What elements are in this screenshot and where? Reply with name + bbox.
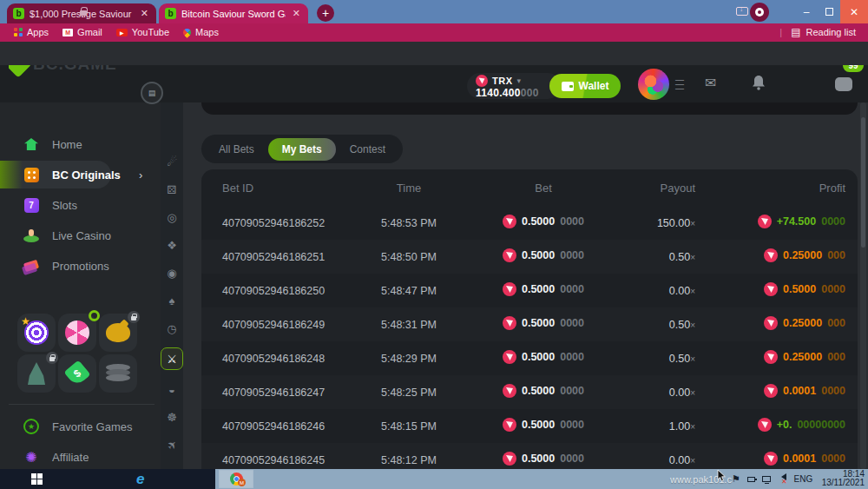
profile-menu-icon[interactable]: ——— — [675, 77, 687, 90]
payout-value: 0.00 — [669, 454, 690, 466]
hilo-icon[interactable]: ♠ — [162, 292, 181, 309]
tab-close-icon[interactable]: ✕ — [139, 8, 150, 19]
battery-icon[interactable] — [747, 477, 755, 482]
game-tile-lucky-wheel[interactable] — [58, 314, 96, 352]
table-row[interactable]: 40709052946186248 5:48:29 PM 0.50000000 … — [201, 341, 858, 375]
window-maximize-button[interactable] — [818, 0, 840, 23]
table-row[interactable]: 40709052946186250 5:48:47 PM 0.50000000 … — [201, 274, 858, 307]
table-row[interactable]: 40709052946186247 5:48:25 PM 0.50000000 … — [201, 375, 858, 409]
bet-id: 40709052946186246 — [222, 420, 352, 433]
dice-icon[interactable]: ⚄ — [162, 181, 181, 198]
table-row[interactable]: 40709052946186245 5:48:12 PM 0.50000000 … — [201, 443, 858, 469]
bet-amount-bold: 0.5000 — [522, 283, 555, 295]
payout-value: 0.50 — [669, 353, 690, 365]
game-tile-spiral-target[interactable] — [17, 314, 56, 352]
bet-amount: 0.50000000 — [503, 384, 584, 398]
notifications-bell-icon[interactable] — [752, 75, 766, 90]
sidebar-item-home[interactable]: Home — [0, 130, 161, 158]
tab-my-bets[interactable]: My Bets — [268, 138, 336, 161]
keno-icon[interactable]: ❖ — [162, 236, 181, 254]
bookmark-apps[interactable]: Apps — [14, 27, 49, 37]
profit-cell: 0.25000000 — [764, 350, 845, 364]
profit-dim: 000 — [827, 351, 845, 363]
sidebar-item-label: Affiliate — [52, 451, 89, 464]
limbo-icon[interactable]: ◷ — [162, 320, 181, 337]
trx-coin-icon — [764, 452, 778, 466]
tab-close-icon[interactable]: ✕ — [291, 8, 302, 19]
game-tile-coins[interactable] — [99, 354, 137, 393]
mines-icon[interactable]: ☸ — [162, 408, 181, 426]
plinko-icon[interactable]: ◉ — [162, 264, 181, 281]
sidebar-collapse-button[interactable]: ▤ — [141, 82, 163, 104]
bet-amount: 0.50000000 — [503, 316, 584, 330]
sidebar-item-favorite-games[interactable]: ★ Favorite Games — [0, 413, 161, 440]
ufo-icon[interactable]: ◒ — [162, 380, 181, 398]
bet-amount-dim: 0000 — [560, 215, 584, 228]
logo-text: BC.GAME — [33, 65, 117, 74]
sidebar-item-promotions[interactable]: Promotions — [0, 252, 161, 280]
logo-mark-icon — [9, 65, 32, 78]
wallet-button[interactable]: Wallet — [549, 74, 621, 98]
bcgame-page: BC.GAME TRX ▾ 1140.400000 Wallet ——— ✉ 9… — [0, 65, 868, 469]
bet-id: 40709052946186250 — [222, 285, 352, 297]
payout-cell: 0.50× — [621, 319, 695, 331]
send-to-device-icon[interactable] — [736, 7, 748, 16]
internet-explorer-icon[interactable]: e — [136, 472, 144, 486]
mail-icon[interactable]: ✉ — [705, 75, 716, 91]
tab-all-bets[interactable]: All Bets — [208, 138, 265, 161]
bet-amount-dim: 0000 — [560, 283, 584, 295]
sidebar: ▤ Home BC Originals › 7 Slots Live Casin… — [0, 102, 161, 469]
game-tile-rocket[interactable] — [17, 354, 56, 393]
reading-list-button[interactable]: | ▤ Reading list — [779, 26, 856, 38]
start-button[interactable] — [31, 473, 43, 485]
bookmark-maps[interactable]: Maps — [183, 27, 219, 37]
table-row[interactable]: 40709052946186251 5:48:50 PM 0.50000000 … — [201, 240, 858, 274]
sidebar-item-live-casino[interactable]: Live Casino — [0, 221, 161, 249]
volume-muted-icon[interactable]: ✕ — [778, 473, 787, 486]
sword-icon[interactable]: ⚔ — [161, 347, 183, 370]
bcgame-logo[interactable]: BC.GAME — [9, 65, 148, 78]
bet-amount-dim: 0000 — [560, 249, 584, 261]
network-icon[interactable] — [762, 476, 771, 482]
taskbar-clock[interactable]: 18:14 13/11/2021 — [812, 470, 865, 487]
scrollbar-thumb[interactable] — [861, 117, 865, 248]
bookmark-youtube[interactable]: ▶ YouTube — [116, 27, 169, 37]
sidebar-item-slots[interactable]: 7 Slots — [0, 191, 161, 219]
browser-tab-2[interactable]: b Bitcoin Saviour Sword Game - Pla ✕ — [159, 3, 308, 23]
user-avatar[interactable] — [638, 69, 669, 100]
lock-badge-icon — [128, 311, 140, 323]
sidebar-item-label: BC Originals — [52, 169, 121, 182]
tab-contest[interactable]: Contest — [339, 138, 396, 161]
profit-dim: 00000000 — [797, 419, 845, 431]
game-tile-cash-tag[interactable]: $ — [58, 354, 96, 393]
window-minimize-button[interactable]: – — [795, 0, 818, 23]
table-row[interactable]: 40709052946186249 5:48:31 PM 0.50000000 … — [201, 307, 858, 341]
profit-dim: 0000 — [821, 453, 845, 465]
balance-selector[interactable]: TRX ▾ 1140.400000 — [467, 73, 561, 99]
profit-dim: 0000 — [821, 283, 845, 295]
window-close-button[interactable]: ✕ — [840, 0, 868, 23]
bet-id: 40709052946186249 — [222, 319, 352, 331]
trx-coin-icon — [764, 316, 778, 330]
table-row[interactable]: 40709052946186252 5:48:53 PM 0.50000000 … — [201, 206, 858, 240]
bet-id: 40709052946186251 — [222, 251, 352, 263]
crash-icon[interactable]: ☄ — [162, 153, 181, 170]
table-row[interactable]: 40709052946186246 5:48:15 PM 0.50000000 … — [201, 409, 858, 443]
new-tab-button[interactable]: + — [317, 4, 334, 22]
game-tile-piggy-bank[interactable] — [99, 314, 137, 352]
sidebar-item-bc-originals[interactable]: BC Originals — [0, 161, 111, 188]
language-indicator[interactable]: ENG — [794, 474, 813, 484]
chat-icon[interactable] — [835, 77, 852, 91]
bookmarks-bar: Apps M Gmail ▶ YouTube Maps | ▤ Reading … — [0, 23, 868, 42]
tower-icon[interactable]: ✈ — [159, 432, 185, 458]
bet-amount: 0.50000000 — [503, 248, 584, 262]
tray-flag-icon[interactable]: ⚑ — [732, 473, 740, 485]
sidebar-item-affiliate[interactable]: ✺ Affiliate — [0, 443, 161, 469]
media-controls-icon[interactable] — [750, 3, 769, 22]
profit-bold: +74.500 — [777, 215, 817, 228]
chrome-taskbar-button[interactable]: M — [219, 470, 253, 488]
currency-label: TRX — [492, 76, 513, 86]
bookmark-gmail[interactable]: M Gmail — [62, 27, 102, 37]
clock-date: 13/11/2021 — [812, 479, 865, 487]
coinflip-icon[interactable]: ◎ — [162, 208, 181, 226]
